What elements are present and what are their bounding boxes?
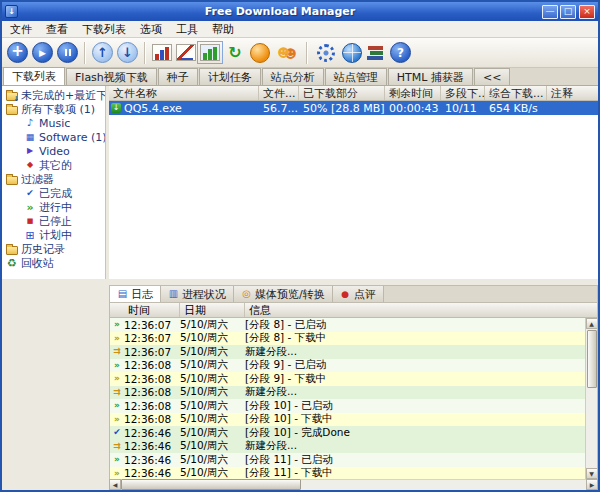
tab-html-spider[interactable]: HTML 捕获器 — [388, 68, 473, 85]
log-row[interactable]: 12:36:08 5/10/周六 [分段 10] - 已启动 — [110, 399, 585, 413]
speed-chart-button[interactable] — [152, 44, 172, 61]
tab-torrents[interactable]: 种子 — [158, 68, 198, 85]
log-row[interactable]: 12:36:46 5/10/周六 [分段 10] - 完成Done — [110, 426, 585, 440]
column-comment[interactable]: 注释 — [547, 86, 598, 100]
scroll-left-arrow-icon[interactable]: ◀ — [109, 479, 121, 490]
vertical-scrollbar-thumb[interactable] — [587, 330, 597, 388]
horizontal-scrollbar-row: ◀ ▶ — [2, 479, 598, 490]
bandwidth-bars-button[interactable] — [200, 44, 220, 61]
pause-button[interactable] — [57, 42, 78, 63]
maximize-button[interactable]: □ — [560, 5, 576, 19]
bottom-tab-label: 日志 — [131, 287, 153, 302]
bottom-tab-icon — [168, 289, 179, 299]
tab-site-explorer[interactable]: 站点分析 — [262, 68, 324, 85]
log-panel: 日志 进程状况 媒体预览/转换 点评 — [109, 285, 598, 479]
scroll-right-arrow-icon[interactable]: ▶ — [586, 479, 598, 490]
move-down-button[interactable] — [117, 42, 138, 63]
tree-item-icon — [6, 92, 18, 101]
close-button[interactable]: × — [579, 5, 595, 19]
menu-item-view[interactable]: 查看 — [39, 21, 75, 38]
tree-item-completed[interactable]: 已完成 — [2, 186, 105, 200]
tree-item-filters[interactable]: 过滤器 — [2, 172, 105, 186]
tab-comments[interactable]: 点评 — [333, 286, 384, 302]
tree-item-incomplete-recent[interactable]: 未完成的+最近下载 — [2, 88, 105, 102]
traffic-graph-button[interactable] — [176, 44, 196, 61]
add-download-button[interactable] — [7, 42, 28, 63]
tree-item-label: 已停止 — [39, 214, 72, 229]
column-file-name[interactable]: 文件名称 — [109, 86, 259, 100]
log-vertical-scrollbar[interactable]: ▲ ▼ — [585, 318, 597, 479]
menu-item-help[interactable]: 帮助 — [205, 21, 241, 38]
log-row[interactable]: 12:36:46 5/10/周六 [分段 11] - 已启动 — [110, 453, 585, 467]
menu-item-options[interactable]: 选项 — [133, 21, 169, 38]
log-row[interactable]: 12:36:07 5/10/周六 [分段 8] - 下载中 — [110, 332, 585, 346]
column-file-size[interactable]: 文件... — [259, 86, 299, 100]
log-row[interactable]: 12:36:46 5/10/周六 [分段 11] - 下载中 — [110, 467, 585, 480]
tab-process-status[interactable]: 进程状况 — [161, 286, 234, 302]
log-row-icon — [110, 388, 124, 397]
bottom-tab-strip: 日志 进程状况 媒体预览/转换 点评 — [110, 286, 597, 303]
log-time: 12:36:46 — [124, 454, 180, 466]
tab-flash-video[interactable]: Flash视频下载 — [66, 68, 157, 85]
log-row[interactable]: 12:36:07 5/10/周六 新建分段... — [110, 345, 585, 359]
tab-media-preview[interactable]: 媒体预览/转换 — [234, 286, 333, 302]
tree-item-label: 回收站 — [21, 256, 54, 271]
library-button[interactable] — [366, 44, 386, 62]
scheduler-button[interactable] — [224, 42, 246, 64]
log-time: 12:36:08 — [124, 359, 180, 371]
resume-button[interactable] — [32, 42, 53, 63]
menu-item-tools[interactable]: 工具 — [169, 21, 205, 38]
menu-item-file[interactable]: 文件 — [3, 21, 39, 38]
log-message: [分段 9] - 下载中 — [245, 372, 585, 386]
menu-bar: 文件查看下载列表选项工具帮助 — [2, 21, 598, 38]
tree-item-stopped[interactable]: 已停止 — [2, 214, 105, 228]
tree-item-history[interactable]: 历史记录 — [2, 242, 105, 256]
fdm-ball-button[interactable] — [250, 43, 270, 63]
log-row-icon — [110, 347, 124, 356]
help-button[interactable] — [390, 42, 411, 63]
log-column-message[interactable]: 信息 — [245, 303, 597, 317]
community-button[interactable] — [274, 42, 300, 64]
tree-item-other[interactable]: 其它的 — [2, 158, 105, 172]
tab-site-manager[interactable]: 站点管理 — [325, 68, 387, 85]
log-row[interactable]: 12:36:46 5/10/周六 新建分段... — [110, 440, 585, 454]
move-up-button[interactable] — [92, 42, 113, 63]
column-downloaded[interactable]: 已下载部分 — [299, 86, 385, 100]
log-time: 12:36:08 — [124, 373, 180, 385]
log-row[interactable]: 12:36:08 5/10/周六 [分段 10] - 下载中 — [110, 413, 585, 427]
log-row[interactable]: 12:36:07 5/10/周六 [分段 8] - 已启动 — [110, 318, 585, 332]
tree-item-all-downloads[interactable]: 所有下载项 (1) — [2, 102, 105, 116]
column-sections[interactable]: 多段下... — [441, 86, 485, 100]
column-time-left[interactable]: 剩余时间 — [385, 86, 441, 100]
log-row-icon — [110, 428, 124, 437]
column-speed[interactable]: 综合下载... — [485, 86, 547, 100]
bottom-tab-label: 进程状况 — [182, 287, 226, 302]
log-row[interactable]: 12:36:08 5/10/周六 新建分段... — [110, 386, 585, 400]
file-name-cell: QQ5.4.exe — [109, 102, 259, 115]
settings-button[interactable] — [314, 41, 338, 65]
log-column-date[interactable]: 日期 — [180, 303, 245, 317]
tab-scheduled-tasks[interactable]: 计划任务 — [199, 68, 261, 85]
log-row[interactable]: 12:36:08 5/10/周六 [分段 9] - 下载中 — [110, 372, 585, 386]
tree-item-software[interactable]: Software (1) — [2, 130, 105, 144]
log-message: [分段 11] - 已启动 — [245, 453, 585, 467]
network-button[interactable] — [342, 43, 362, 63]
log-time: 12:36:46 — [124, 427, 180, 439]
scroll-down-arrow-icon[interactable]: ▼ — [586, 468, 598, 479]
download-row[interactable]: QQ5.4.exe 56.7... 50% [28.8 MB] 00:00:43… — [109, 101, 598, 115]
tab-log[interactable]: 日志 — [110, 286, 161, 302]
log-row[interactable]: 12:36:08 5/10/周六 [分段 9] - 已启动 — [110, 359, 585, 373]
tree-item-video[interactable]: Video — [2, 144, 105, 158]
scroll-up-arrow-icon[interactable]: ▲ — [586, 318, 598, 329]
tree-item-scheduled[interactable]: 计划中 — [2, 228, 105, 242]
menu-item-download-list[interactable]: 下载列表 — [75, 21, 133, 38]
tab-download-list[interactable]: 下载列表 — [3, 67, 65, 85]
horizontal-scrollbar-thumb[interactable] — [121, 479, 301, 490]
tree-item-recycle-bin[interactable]: 回收站 — [2, 256, 105, 270]
tab-collapse-button[interactable]: << — [474, 68, 510, 85]
horizontal-scrollbar-track[interactable] — [301, 479, 586, 490]
tree-item-music[interactable]: Music — [2, 116, 105, 130]
log-column-time[interactable]: 时间 — [110, 303, 180, 317]
tree-item-in-progress[interactable]: 进行中 — [2, 200, 105, 214]
minimize-button[interactable]: — — [542, 5, 558, 19]
